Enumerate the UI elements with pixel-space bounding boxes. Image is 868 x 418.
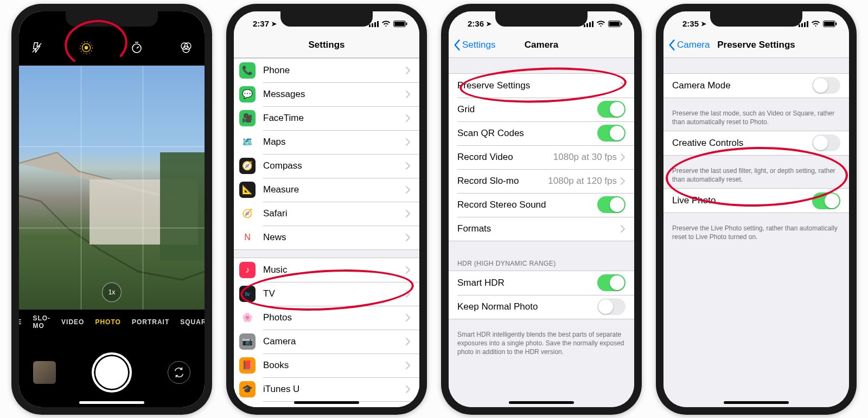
nav-bar: Settings <box>234 33 419 58</box>
settings-row-news[interactable]: N News <box>234 226 419 249</box>
screen-settings: 2:37 ➤ Settings 📞 Phone 💬 Messages <box>234 11 419 407</box>
settings-row-messages[interactable]: 💬 Messages <box>234 82 419 106</box>
row-record-stereo-sound[interactable]: Record Stereo Sound <box>449 193 634 217</box>
toggle-camera-mode[interactable] <box>812 77 840 94</box>
chevron-icon <box>620 177 626 185</box>
news-app-icon: N <box>239 229 256 246</box>
screen-camera-settings: 2:36 ➤ Settings Camera Preserve Settings <box>449 11 634 407</box>
settings-row-phone[interactable]: 📞 Phone <box>234 59 419 82</box>
nav-bar: Camera Preserve Settings <box>663 33 849 58</box>
home-indicator[interactable] <box>509 401 574 404</box>
books-app-icon: 📕 <box>239 357 256 374</box>
toggle-live-photo[interactable] <box>812 192 840 209</box>
settings-row-itunes-u[interactable]: 🎓 iTunes U <box>234 377 419 401</box>
row-keep-normal-photo[interactable]: Keep Normal Photo <box>449 295 634 319</box>
home-indicator[interactable] <box>294 401 359 404</box>
phone-2-settings: 2:37 ➤ Settings 📞 Phone 💬 Messages <box>226 4 427 415</box>
svg-rect-19 <box>589 22 591 27</box>
row-grid[interactable]: Grid <box>449 98 634 121</box>
section-footer-hdr: Smart HDR intelligently blends the best … <box>449 327 634 361</box>
settings-row-compass[interactable]: 🧭 Compass <box>234 154 419 178</box>
section-footer: Preserve the last used filter, light, or… <box>663 163 849 188</box>
shutter-button[interactable] <box>92 352 132 393</box>
grid-line <box>81 66 81 310</box>
wifi-icon <box>596 21 605 27</box>
settings-row-camera[interactable]: 📷 Camera <box>234 330 419 353</box>
settings-row-facetime[interactable]: 🎥 FaceTime <box>234 106 419 130</box>
nav-bar: Settings Camera <box>449 33 634 58</box>
row-record-video[interactable]: Record Video 1080p at 30 fps <box>449 145 634 169</box>
settings-row-tv[interactable]: tv TV <box>234 282 419 306</box>
settings-row-maps[interactable]: 🗺️ Maps <box>234 130 419 154</box>
back-button[interactable]: Camera <box>668 33 710 57</box>
chevron-icon <box>620 153 626 162</box>
section-footer: Preserve the last mode, such as Video or… <box>663 106 849 131</box>
timer-icon[interactable] <box>130 41 143 57</box>
settings-row-books[interactable]: 📕 Books <box>234 353 419 377</box>
svg-rect-13 <box>377 21 379 27</box>
flash-icon[interactable] <box>31 42 43 57</box>
row-label: Music <box>263 265 287 275</box>
recent-photo-thumbnail[interactable] <box>33 361 56 384</box>
toggle-smart-hdr[interactable] <box>597 274 626 291</box>
svg-rect-15 <box>394 22 405 26</box>
toggle-keep-normal-photo[interactable] <box>597 298 626 315</box>
row-live-photo[interactable]: Live Photo <box>663 189 849 213</box>
mode-square[interactable]: SQUARE <box>180 318 205 326</box>
settings-row-safari[interactable]: 🧭 Safari <box>234 202 419 226</box>
toggle-scan-qr-codes[interactable] <box>597 125 626 142</box>
wifi-icon <box>381 21 391 27</box>
camera-settings-list[interactable]: Preserve Settings Grid Scan QR Codes Rec… <box>449 58 634 407</box>
grid-line <box>19 146 205 147</box>
back-button[interactable]: Settings <box>453 33 495 57</box>
camera-viewfinder[interactable]: 1x <box>19 66 205 310</box>
settings-row-measure[interactable]: 📐 Measure <box>234 178 419 202</box>
location-icon: ➤ <box>701 20 706 28</box>
chevron-icon <box>405 337 411 346</box>
mode-timelapse[interactable]: SE <box>19 318 22 326</box>
toggle-creative-controls[interactable] <box>812 134 840 151</box>
settings-row-photos[interactable]: 🌸 Photos <box>234 306 419 330</box>
mode-photo[interactable]: PHOTO <box>95 318 120 326</box>
row-camera-mode[interactable]: Camera Mode <box>663 74 849 98</box>
flip-camera-button[interactable] <box>168 361 190 384</box>
row-smart-hdr[interactable]: Smart HDR <box>449 271 634 295</box>
zoom-badge[interactable]: 1x <box>102 282 122 302</box>
battery-icon <box>393 21 407 27</box>
svg-rect-24 <box>799 24 800 27</box>
compass-app-icon: 🧭 <box>239 158 256 174</box>
chevron-icon <box>405 185 411 194</box>
mode-video[interactable]: VIDEO <box>61 318 84 326</box>
chevron-icon <box>620 224 626 233</box>
home-indicator[interactable] <box>79 401 144 404</box>
mode-slomo[interactable]: SLO-MO <box>33 314 50 330</box>
row-label: Record Stereo Sound <box>457 200 546 210</box>
filters-icon[interactable] <box>180 41 193 57</box>
wifi-icon <box>811 21 820 27</box>
home-indicator[interactable] <box>724 401 789 404</box>
row-label: Record Video <box>457 152 513 163</box>
toggle-grid[interactable] <box>597 101 626 118</box>
row-label: Preserve Settings <box>457 80 530 91</box>
settings-list[interactable]: 📞 Phone 💬 Messages 🎥 FaceTime 🗺️ Maps 🧭 … <box>234 58 419 407</box>
live-photo-icon[interactable] <box>79 41 93 58</box>
row-detail: 1080p at 120 fps <box>548 176 620 187</box>
toggle-record-stereo-sound[interactable] <box>597 196 626 213</box>
row-preserve-settings[interactable]: Preserve Settings <box>449 74 634 98</box>
row-creative-controls[interactable]: Creative Controls <box>663 131 849 155</box>
facetime-app-icon: 🎥 <box>239 110 256 126</box>
row-record-slo-mo[interactable]: Record Slo-mo 1080p at 120 fps <box>449 169 634 193</box>
mode-portrait[interactable]: PORTRAIT <box>132 318 169 326</box>
camera-mode-strip[interactable]: SE SLO-MO VIDEO PHOTO PORTRAIT SQUARE <box>19 312 205 332</box>
row-label: Scan QR Codes <box>457 128 524 139</box>
row-scan-qr-codes[interactable]: Scan QR Codes <box>449 121 634 145</box>
row-formats[interactable]: Formats <box>449 217 634 241</box>
settings-row-music[interactable]: ♪ Music <box>234 258 419 282</box>
section-footer: Preserve the Live Photo setting, rather … <box>663 221 849 246</box>
row-label: Maps <box>263 137 286 147</box>
svg-rect-16 <box>406 22 407 25</box>
chevron-icon <box>405 138 411 146</box>
page-title: Camera <box>525 40 558 50</box>
preserve-settings-list[interactable]: Camera Mode Preserve the last mode, such… <box>663 58 849 407</box>
row-label: Books <box>263 360 289 371</box>
